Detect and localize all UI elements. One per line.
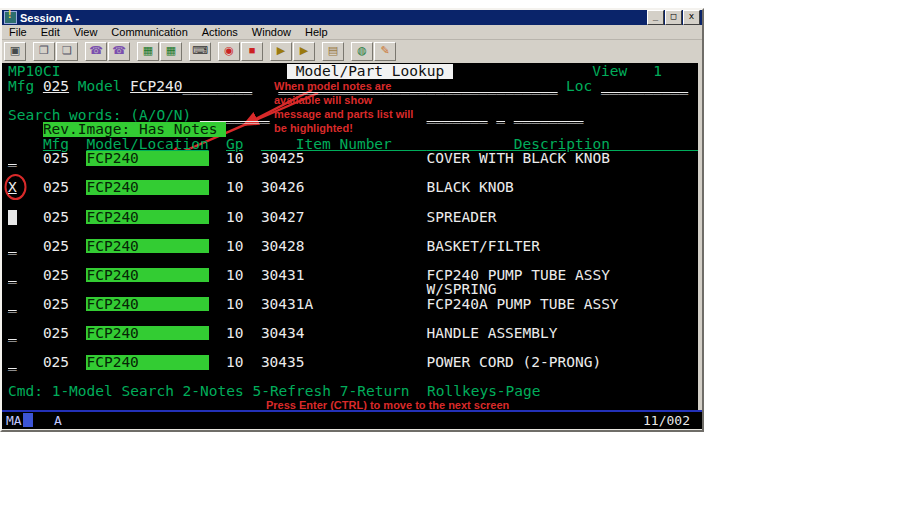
step-macro-icon[interactable]: ▶ (293, 42, 315, 61)
col-header-item-number: Item Number (261, 137, 427, 152)
menu-edit[interactable]: Edit (34, 26, 67, 38)
cell-model-highlighted: FCP240 (86, 239, 208, 254)
maximize-button[interactable]: □ (665, 10, 682, 25)
cell-item-number: 30434 (261, 326, 305, 341)
col-header-model-location: Model/Location (86, 137, 208, 152)
capture-icon[interactable]: ▣ (4, 42, 26, 61)
col-header-gp: Gp (226, 137, 243, 152)
cell-model-highlighted: FCP240 (86, 210, 208, 225)
cell-description: BASKET/FILTER (427, 239, 541, 254)
col-header-description: Description (427, 137, 698, 152)
search-word-field-2[interactable]: _______ (427, 108, 488, 123)
select-field[interactable]: _ (8, 268, 17, 283)
cell-mfg: 025 (43, 239, 69, 254)
menu-actions[interactable]: Actions (195, 26, 245, 38)
program-id: MP10CI (8, 64, 60, 79)
cell-description: HANDLE ASSEMBLY (427, 326, 558, 341)
cell-gp: 10 (226, 180, 243, 195)
cell-description: BLACK KNOB (427, 180, 514, 195)
model-label: Model (78, 79, 122, 94)
paste-icon[interactable]: ❏ (56, 42, 78, 61)
window-title: Session A - (20, 12, 646, 24)
search-word-field-4[interactable]: ________ (514, 108, 584, 123)
cell-description: FCP240A PUMP TUBE ASSY (427, 297, 619, 312)
cell-gp: 10 (226, 268, 243, 283)
operator-information-area: MA A 11/002 (2, 410, 702, 430)
cell-mfg: 025 (43, 297, 69, 312)
mfg-field[interactable]: 025 (43, 79, 69, 94)
stop-macro-icon[interactable]: ■ (241, 42, 263, 61)
command-line: Cmd: 1-Model Search 2-Notes 5-Refresh 7-… (8, 384, 541, 399)
cell-item-number: 30426 (261, 180, 305, 195)
search-word-field-3[interactable]: _ (496, 108, 505, 123)
annotation-line: be highlighted! (274, 121, 413, 135)
cell-description: COVER WITH BLACK KNOB (427, 151, 610, 166)
cell-item-number: 30428 (261, 239, 305, 254)
col-header-mfg: Mfg (43, 137, 69, 152)
color-mapping-icon[interactable]: ▦ (160, 42, 182, 61)
edit-link-icon[interactable]: ✎ (374, 42, 396, 61)
close-button[interactable]: x (683, 10, 700, 25)
notepad-icon[interactable]: ▤ (322, 42, 344, 61)
press-enter-annotation: Press Enter (CTRL) to move to the next s… (266, 399, 509, 410)
loc-label: Loc (566, 79, 592, 94)
disconnect-icon[interactable]: ☎ (108, 42, 130, 61)
play-macro-icon[interactable]: ▶ (270, 42, 292, 61)
cell-gp: 10 (226, 326, 243, 341)
menu-file[interactable]: File (2, 26, 34, 38)
select-field[interactable]: _ (8, 326, 17, 341)
cell-mfg: 025 (43, 180, 69, 195)
menu-window[interactable]: Window (245, 26, 298, 38)
keyboard-setup-icon[interactable]: ⌨ (189, 42, 211, 61)
cell-gp: 10 (226, 151, 243, 166)
loc-field[interactable]: __________ (601, 79, 688, 94)
cell-mfg: 025 (43, 210, 69, 225)
cell-description-cont: W/SPRING (427, 282, 497, 297)
cell-item-number: 30431 (261, 268, 305, 283)
record-macro-icon[interactable]: ◉ (218, 42, 240, 61)
select-field[interactable]: _ (8, 355, 17, 370)
cursor-position: 11/002 (643, 413, 690, 428)
model-desc-field[interactable]: ________________________________ (278, 79, 557, 94)
title-bar[interactable]: Session A - _ □ x (2, 10, 702, 25)
search-words-label: Search words: (A/O/N) (8, 108, 191, 123)
display-session-icon[interactable]: ▦ (137, 42, 159, 61)
search-word-field-1[interactable]: ________ (200, 108, 270, 123)
toolbar: ▣❐❏☎☎▦▦⌨◉■▶▶▤◍✎ (2, 40, 702, 63)
cell-mfg: 025 (43, 326, 69, 341)
cell-mfg: 025 (43, 268, 69, 283)
view-number: View 1 (592, 64, 662, 79)
annotation-line: available will show (274, 93, 413, 107)
select-field[interactable]: _ (8, 297, 17, 312)
cell-gp: 10 (226, 210, 243, 225)
cell-item-number: 30425 (261, 151, 305, 166)
menu-help[interactable]: Help (298, 26, 335, 38)
terminal-screen[interactable]: When model notes areavailable will showm… (2, 63, 698, 410)
copy-icon[interactable]: ❐ (33, 42, 55, 61)
cell-description: FCP240 PUMP TUBE ASSY (427, 268, 610, 283)
select-field[interactable]: _ (8, 239, 17, 254)
menu-view[interactable]: View (67, 26, 105, 38)
menu-communication[interactable]: Communication (104, 26, 194, 38)
cell-item-number: 30435 (261, 355, 305, 370)
cell-description: SPREADER (427, 210, 497, 225)
cell-item-number: 30427 (261, 210, 305, 225)
cell-model-highlighted: FCP240 (86, 151, 208, 166)
app-icon[interactable] (4, 11, 17, 24)
mfg-label: Mfg (8, 79, 34, 94)
cell-item-number: 30431A (261, 297, 313, 312)
cell-model-highlighted: FCP240 (86, 297, 208, 312)
select-field[interactable]: _ (8, 151, 17, 166)
connect-icon[interactable]: ☎ (85, 42, 107, 61)
model-field[interactable]: FCP240________ (130, 79, 252, 94)
cell-model-highlighted: FCP240 (86, 326, 208, 341)
screen-title: Model/Part Lookup (287, 64, 453, 79)
cell-gp: 10 (226, 355, 243, 370)
text-cursor-block[interactable] (8, 210, 17, 225)
web-icon[interactable]: ◍ (351, 42, 373, 61)
minimize-button[interactable]: _ (647, 10, 664, 25)
oia-session-letter: A (54, 413, 62, 428)
select-field-x[interactable]: X (8, 180, 17, 195)
cell-gp: 10 (226, 239, 243, 254)
rev-image-has-notes-banner: Rev.Image: Has Notes (43, 122, 226, 137)
